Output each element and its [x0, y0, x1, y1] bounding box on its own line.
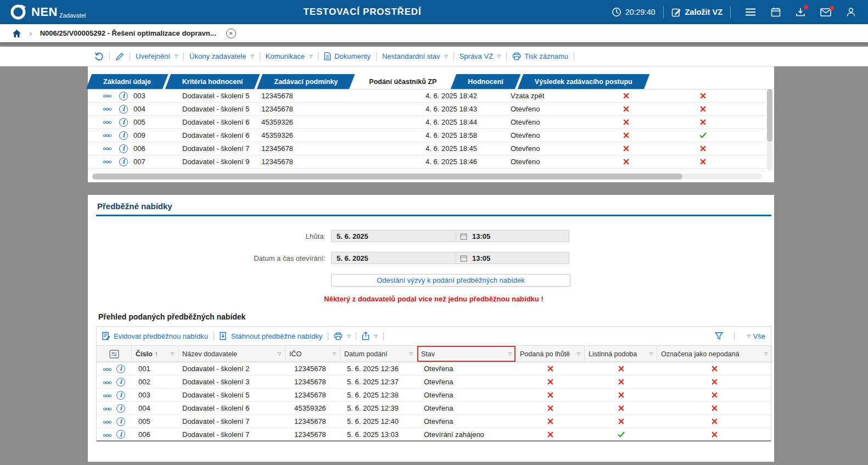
nen-logo[interactable]: NEN Zadavatel — [10, 4, 86, 20]
tab-zadavaci-podminky[interactable]: Zadávací podmínky — [260, 74, 352, 89]
row-info-button[interactable]: i — [116, 364, 125, 373]
row-info-button[interactable]: i — [115, 105, 132, 114]
breadcrumb-close-button[interactable]: × — [226, 29, 236, 38]
row-info-button[interactable]: i — [115, 118, 132, 127]
row-menu-button[interactable] — [99, 147, 115, 150]
header-actions: 20:29:40 Založit VZ — [612, 6, 859, 18]
edit-record-button[interactable] — [115, 52, 124, 61]
column-dropdown-icon[interactable]: ▽ — [649, 351, 653, 356]
row-menu-button[interactable] — [103, 378, 111, 386]
column-header-oznacena-jako-nepodana[interactable]: Označena jako nepodaná▽ — [657, 346, 772, 362]
scrollbar-thumb[interactable] — [92, 173, 682, 180]
show-all-filter[interactable]: ▽ Vše — [746, 332, 765, 340]
time-input[interactable]: 13:05 — [456, 230, 569, 242]
column-header-listinna-podoba[interactable]: Listinná podoba▽ — [585, 346, 657, 362]
date-input[interactable]: 5. 6. 2025 — [331, 230, 456, 242]
export-icon — [362, 332, 369, 340]
toolbar-separator — [574, 52, 574, 60]
row-menu-button[interactable] — [99, 134, 115, 137]
column-header-datum-podani[interactable]: Datum podání▽ — [340, 346, 417, 362]
toolbar-item-uverejneni[interactable]: Uveřejnění▽ — [136, 52, 178, 60]
column-header-nazev-dodavatele[interactable]: Název dodavatele▽ — [178, 346, 285, 362]
row-info-button[interactable]: i — [115, 144, 132, 153]
breadcrumb-record[interactable]: N006/25/V00005292 - Řešení optimalizace … — [40, 29, 216, 37]
row-info-button[interactable]: i — [115, 131, 132, 140]
row-menu-button[interactable] — [99, 160, 115, 164]
row-info-button[interactable]: i — [116, 430, 125, 439]
tab-zakladni-udaje[interactable]: Základní údaje — [89, 74, 165, 89]
toolbar-item-nestandardni-stav[interactable]: Nestandardní stav▽ — [382, 52, 448, 60]
row-menu-button[interactable] — [103, 391, 111, 399]
row-info-button[interactable]: i — [115, 92, 132, 100]
toolbar-item-komunikace[interactable]: Komunikace▽ — [266, 52, 313, 60]
cell-podana-po-lhute — [516, 392, 585, 398]
column-header-ico[interactable]: IČO▽ — [285, 346, 340, 362]
row-info-button[interactable]: i — [116, 404, 125, 413]
date-input[interactable]: 5. 6. 2025 — [331, 252, 456, 264]
column-settings-button[interactable] — [97, 346, 132, 362]
info-icon: i — [119, 144, 128, 153]
row-menu-button[interactable] — [99, 121, 115, 124]
time-input[interactable]: 13:05 — [456, 252, 569, 264]
column-dropdown-icon[interactable]: ▽ — [577, 351, 580, 356]
logo-text: NEN — [31, 6, 58, 18]
messages-button[interactable] — [820, 8, 831, 16]
tab-vysledek-zadavaciho-postupu[interactable]: Výsledek zadávacího postupu — [520, 74, 647, 89]
row-info-button[interactable]: i — [116, 417, 125, 426]
history-button[interactable] — [94, 52, 104, 61]
home-icon[interactable] — [12, 29, 21, 38]
column-dropdown-icon[interactable]: ▽ — [171, 351, 174, 356]
cell-nazev-dodavatele: Dodavatel - školení 7 — [178, 417, 285, 425]
send-invitation-button[interactable]: Odeslání výzvy k podání předběžných nabí… — [331, 274, 570, 287]
no-icon — [712, 432, 718, 438]
column-dropdown-icon[interactable]: ▽ — [508, 351, 512, 356]
row-menu-button[interactable] — [99, 94, 115, 98]
row-menu-button[interactable] — [103, 365, 111, 373]
column-header-podana-po-lhute[interactable]: Podaná po lhůtě▽ — [516, 346, 585, 362]
export-button[interactable]: ▽ — [362, 332, 377, 340]
calendar-icon[interactable] — [771, 7, 781, 17]
no-icon — [700, 93, 706, 99]
row-menu-button[interactable] — [103, 430, 111, 439]
toolbar-item-dokumenty[interactable]: Dokumenty — [324, 52, 371, 60]
download-offers-button[interactable]: Stáhnout předběžné nabídky — [220, 332, 322, 340]
toolbar-item-tisk-zaznamu[interactable]: Tisk záznamu — [512, 52, 568, 60]
vertical-scrollbar[interactable] — [767, 89, 772, 171]
cell-datum-podani: 5. 6. 2025 12:39 — [340, 404, 417, 412]
cell-cislo: 004 — [132, 105, 182, 113]
row-info-button[interactable]: i — [116, 377, 125, 386]
user-icon[interactable] — [846, 7, 856, 17]
column-dropdown-icon[interactable]: ▽ — [278, 351, 281, 356]
column-dropdown-icon[interactable]: ▽ — [410, 351, 413, 356]
column-dropdown-icon[interactable]: ▽ — [333, 351, 336, 356]
cell-ico: 12345678 — [261, 92, 425, 100]
filter-icon[interactable] — [715, 332, 723, 340]
column-header-cislo[interactable]: Číslo↑▽ — [132, 346, 178, 362]
register-offer-button[interactable]: Evidovat předběžnou nabídku — [102, 332, 208, 340]
toolbar-item-sprava-vz[interactable]: Správa VZ▽ — [460, 52, 501, 60]
column-header-stav[interactable]: Stav▽ — [417, 346, 516, 362]
row-menu-button[interactable] — [99, 108, 115, 111]
cell-nazev-dodavatele: Dodavatel - školení 5 — [182, 92, 261, 100]
row-menu-button[interactable] — [103, 404, 111, 412]
cell-podana-po-lhute — [516, 418, 585, 424]
toolbar-item-ukony-zadavatele[interactable]: Úkony zadavatele▽ — [189, 52, 254, 60]
hamburger-icon[interactable] — [745, 8, 756, 16]
cell-ico: 12345678 — [285, 378, 340, 386]
downloads-button[interactable] — [796, 7, 805, 17]
column-dropdown-icon[interactable]: ▽ — [764, 351, 768, 356]
tab-hodnoceni[interactable]: Hodnocení — [453, 74, 518, 89]
row-menu-button[interactable] — [103, 417, 111, 425]
row-info-button[interactable]: i — [115, 158, 132, 166]
tab-kriteria-hodnoceni[interactable]: Kritéria hodnocení — [168, 74, 257, 89]
horizontal-scrollbar[interactable] — [92, 173, 762, 180]
cell-oznacena-jako-nepodana — [657, 432, 772, 438]
print-button[interactable]: ▽ — [334, 332, 350, 340]
cell-cislo: 009 — [132, 131, 182, 139]
tab-podani-ucastniku-zp[interactable]: Podání účastníků ZP — [355, 74, 451, 89]
create-vz-button[interactable]: Založit VZ — [671, 7, 723, 17]
cell-datum-podani: 5. 6. 2025 13:03 — [340, 430, 417, 439]
row-info-button[interactable]: i — [116, 390, 125, 400]
scrollbar-thumb[interactable] — [767, 89, 772, 142]
cell-podana-po-lhute — [516, 432, 585, 438]
